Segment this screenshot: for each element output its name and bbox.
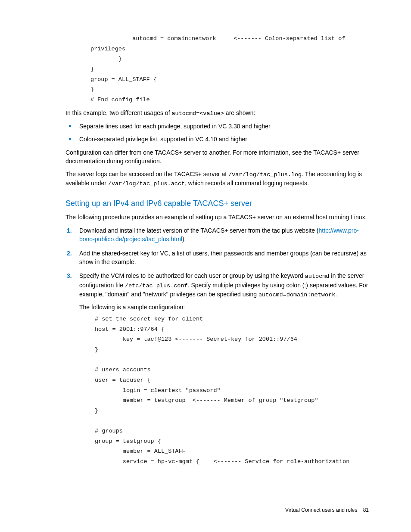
code-block-top: autocmd = domain:network <------- Colon-… (90, 34, 369, 105)
footer-title: Virtual Connect users and roles (285, 507, 357, 513)
section-heading-ipv4-ipv6: Setting up an IPv4 and IPv6 capable TACA… (65, 199, 369, 208)
step3-pre: Specify the VCM roles to be authorized f… (79, 272, 305, 279)
usage-bullets: Separate lines used for each privilege, … (65, 122, 369, 143)
step3-post: . (335, 291, 337, 298)
code-log-path-2: /var/log/tac_plus.acct (108, 180, 185, 187)
step1-post: ). (182, 236, 186, 243)
step3-subtext: The following is a sample configuration: (79, 303, 369, 311)
section-intro: The following procedure provides an exam… (65, 213, 369, 222)
para-config-differ: Configuration can differ from one TACACS… (65, 149, 369, 165)
step3-code-example: autocmd=domain:network (258, 292, 335, 298)
step-3: Specify the VCM roles to be authorized f… (65, 271, 369, 467)
step1-pre: Download and install the latest version … (79, 227, 318, 234)
intro-pre: In this example, two different usages of (65, 109, 171, 116)
intro-paragraph: In this example, two different usages of… (65, 109, 369, 118)
page-footer: Virtual Connect users and roles 81 (285, 507, 369, 513)
code-block-sample-config: # set the secret key for client host = 2… (95, 314, 369, 467)
code-log-path-1: /var/log/tac_plus.log (228, 171, 302, 178)
step3-code-autocmd: autocmd (305, 273, 330, 280)
procedure-steps: Download and install the latest version … (65, 226, 369, 467)
step-2: Add the shared-secret key for VC, a list… (65, 249, 369, 267)
logs-post: , which records all command logging requ… (185, 180, 309, 187)
bullet-2: Colon-separated privilege list, supporte… (65, 135, 369, 144)
step3-code-conf: /etc/tac_plus.conf (125, 283, 188, 289)
intro-post: are shown: (224, 109, 255, 116)
bullet-1: Separate lines used for each privilege, … (65, 122, 369, 131)
para-server-logs: The server logs can be accessed on the T… (65, 170, 369, 188)
intro-code: autocmd=<value> (171, 110, 224, 117)
step-1: Download and install the latest version … (65, 226, 369, 244)
footer-page-number: 81 (363, 507, 369, 513)
page-content: autocmd = domain:network <------- Colon-… (0, 0, 411, 489)
logs-pre1: The server logs can be accessed on the T… (65, 171, 228, 177)
